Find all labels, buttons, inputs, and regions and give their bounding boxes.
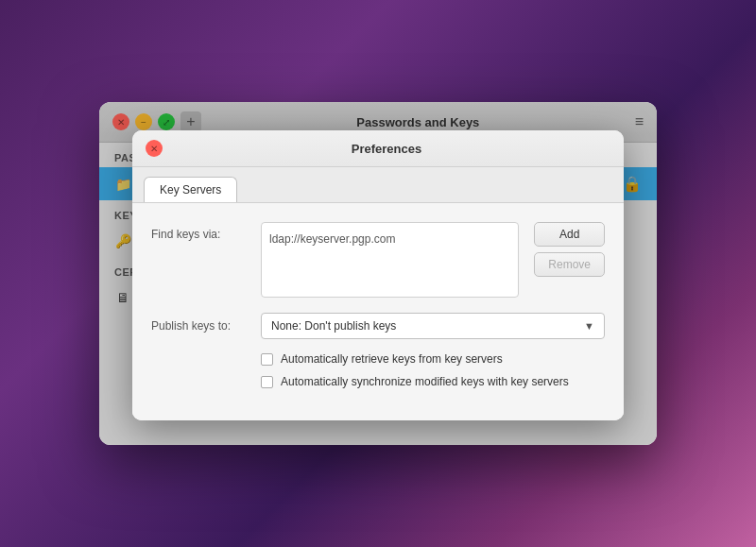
modal-close-button[interactable]: ✕ (146, 140, 163, 157)
modal-content: Find keys via: ldap://keyserver.pgp.com … (132, 203, 624, 420)
add-key-button[interactable]: Add (534, 222, 605, 247)
publish-dropdown-value: None: Don't publish keys (271, 319, 396, 333)
publish-keys-dropdown[interactable]: None: Don't publish keys ▼ (261, 313, 605, 339)
action-buttons: Add Remove (534, 222, 605, 277)
find-keys-row: Find keys via: ldap://keyserver.pgp.com … (151, 222, 605, 298)
chevron-down-icon: ▼ (584, 320, 594, 332)
app-window: ✕ − ⤢ + Passwords and Keys ≡ Passwords 📁… (99, 102, 657, 445)
publish-keys-row: Publish keys to: None: Don't publish key… (151, 313, 605, 339)
auto-sync-row: Automatically synchronize modified keys … (151, 375, 605, 388)
tab-key-servers[interactable]: Key Servers (144, 177, 237, 202)
keys-list-entry: ldap://keyserver.pgp.com (269, 231, 510, 248)
auto-retrieve-row: Automatically retrieve keys from key ser… (151, 352, 605, 366)
auto-sync-label: Automatically synchronize modified keys … (281, 375, 569, 388)
modal-overlay: ✕ Preferences Key Servers Find keys via:… (99, 102, 657, 445)
publish-keys-label: Publish keys to: (151, 319, 246, 333)
auto-retrieve-label: Automatically retrieve keys from key ser… (281, 352, 503, 366)
remove-key-button[interactable]: Remove (534, 252, 605, 277)
modal-title: Preferences (163, 142, 610, 156)
auto-sync-checkbox[interactable] (261, 376, 273, 388)
preferences-modal: ✕ Preferences Key Servers Find keys via:… (132, 130, 624, 420)
find-keys-label: Find keys via: (151, 222, 246, 241)
tabs-bar: Key Servers (132, 167, 624, 203)
auto-retrieve-checkbox[interactable] (261, 353, 273, 366)
modal-titlebar: ✕ Preferences (132, 130, 624, 167)
keys-list[interactable]: ldap://keyserver.pgp.com (261, 222, 519, 298)
modal-body: Key Servers Find keys via: ldap://keyser… (132, 167, 624, 420)
